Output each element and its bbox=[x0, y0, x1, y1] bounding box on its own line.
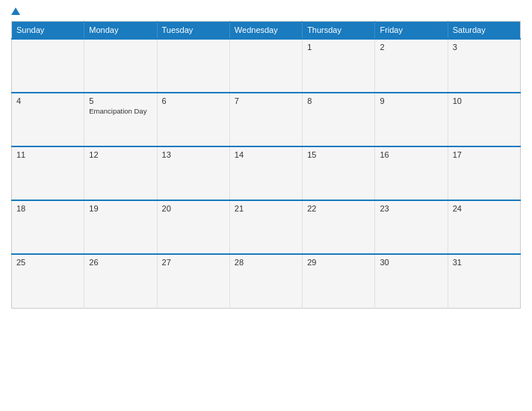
day-number: 26 bbox=[89, 258, 152, 267]
header-friday: Friday bbox=[375, 22, 448, 40]
calendar-cell: 11 bbox=[12, 146, 84, 200]
calendar-cell: 16 bbox=[375, 146, 448, 200]
day-number: 14 bbox=[235, 150, 297, 159]
calendar-cell bbox=[157, 39, 229, 93]
calendar-cell: 26 bbox=[84, 254, 157, 308]
calendar-week-row: 11121314151617 bbox=[12, 146, 521, 200]
calendar-cell bbox=[84, 39, 157, 93]
day-number: 13 bbox=[162, 150, 225, 159]
calendar-cell: 8 bbox=[303, 93, 375, 146]
calendar-cell: 24 bbox=[448, 200, 520, 254]
header bbox=[11, 7, 521, 15]
header-thursday: Thursday bbox=[303, 22, 375, 40]
day-number: 27 bbox=[162, 258, 225, 267]
calendar-cell: 4 bbox=[12, 93, 84, 146]
calendar-cell: 12 bbox=[84, 146, 157, 200]
day-number: 1 bbox=[307, 43, 370, 52]
calendar-cell bbox=[12, 39, 84, 93]
calendar-cell: 14 bbox=[229, 146, 302, 200]
calendar-cell: 27 bbox=[157, 254, 229, 308]
day-number: 2 bbox=[380, 43, 442, 52]
header-sunday: Sunday bbox=[12, 22, 84, 40]
day-number: 8 bbox=[307, 96, 370, 105]
calendar-cell: 20 bbox=[157, 200, 229, 254]
calendar-cell: 29 bbox=[303, 254, 375, 308]
calendar-cell: 10 bbox=[448, 93, 520, 146]
day-number: 23 bbox=[380, 204, 442, 213]
header-tuesday: Tuesday bbox=[157, 22, 229, 40]
calendar-cell: 21 bbox=[229, 200, 302, 254]
day-number: 15 bbox=[307, 150, 370, 159]
calendar-week-row: 45Emancipation Day678910 bbox=[12, 93, 521, 146]
day-number: 21 bbox=[235, 204, 297, 213]
day-number: 18 bbox=[16, 204, 79, 213]
day-number: 28 bbox=[235, 258, 297, 267]
calendar-cell: 28 bbox=[229, 254, 302, 308]
event-label: Emancipation Day bbox=[89, 107, 152, 115]
header-wednesday: Wednesday bbox=[229, 22, 302, 40]
header-saturday: Saturday bbox=[448, 22, 520, 40]
calendar-cell: 17 bbox=[448, 146, 520, 200]
calendar-week-row: 123 bbox=[12, 39, 521, 93]
calendar-cell: 7 bbox=[229, 93, 302, 146]
day-number: 24 bbox=[453, 204, 516, 213]
day-number: 9 bbox=[380, 96, 442, 105]
logo-triangle-icon bbox=[11, 7, 20, 15]
calendar-cell: 22 bbox=[303, 200, 375, 254]
day-number: 4 bbox=[16, 96, 79, 105]
calendar-cell: 15 bbox=[303, 146, 375, 200]
calendar-cell: 3 bbox=[448, 39, 520, 93]
calendar-cell: 9 bbox=[375, 93, 448, 146]
day-number: 10 bbox=[453, 96, 516, 105]
day-number: 17 bbox=[453, 150, 516, 159]
calendar-cell: 13 bbox=[157, 146, 229, 200]
calendar-cell: 6 bbox=[157, 93, 229, 146]
calendar-table: Sunday Monday Tuesday Wednesday Thursday… bbox=[11, 21, 521, 309]
calendar-week-row: 18192021222324 bbox=[12, 200, 521, 254]
calendar-week-row: 25262728293031 bbox=[12, 254, 521, 308]
calendar-cell: 31 bbox=[448, 254, 520, 308]
day-number: 12 bbox=[89, 150, 152, 159]
day-number: 19 bbox=[89, 204, 152, 213]
day-number: 16 bbox=[380, 150, 442, 159]
day-number: 5 bbox=[89, 96, 152, 105]
calendar-cell bbox=[229, 39, 302, 93]
weekday-header-row: Sunday Monday Tuesday Wednesday Thursday… bbox=[12, 22, 521, 40]
calendar-cell: 2 bbox=[375, 39, 448, 93]
calendar-cell: 18 bbox=[12, 200, 84, 254]
logo bbox=[11, 7, 22, 15]
day-number: 11 bbox=[16, 150, 79, 159]
day-number: 30 bbox=[380, 258, 442, 267]
day-number: 3 bbox=[453, 43, 516, 52]
day-number: 6 bbox=[162, 96, 225, 105]
day-number: 31 bbox=[453, 258, 516, 267]
day-number: 7 bbox=[235, 96, 297, 105]
calendar-cell: 30 bbox=[375, 254, 448, 308]
calendar-cell: 5Emancipation Day bbox=[84, 93, 157, 146]
calendar-cell: 1 bbox=[303, 39, 375, 93]
calendar-cell: 19 bbox=[84, 200, 157, 254]
logo-blue-text bbox=[11, 7, 22, 15]
day-number: 20 bbox=[162, 204, 225, 213]
day-number: 25 bbox=[16, 258, 79, 267]
day-number: 22 bbox=[307, 204, 370, 213]
header-monday: Monday bbox=[84, 22, 157, 40]
calendar-cell: 25 bbox=[12, 254, 84, 308]
day-number: 29 bbox=[307, 258, 370, 267]
calendar-cell: 23 bbox=[375, 200, 448, 254]
calendar-page: Sunday Monday Tuesday Wednesday Thursday… bbox=[0, 0, 532, 411]
